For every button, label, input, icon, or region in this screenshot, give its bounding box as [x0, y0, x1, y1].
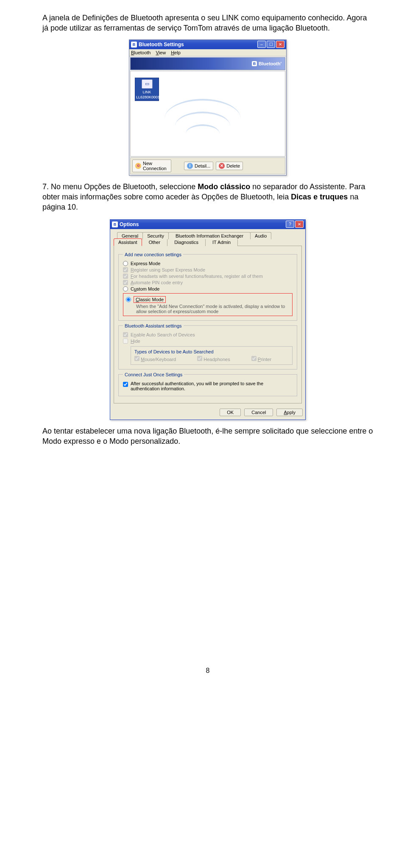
chk-register-super [123, 267, 128, 272]
detail-button[interactable]: i Detail... [184, 162, 213, 170]
fieldset-connect-once: Connect Just Once Settings After success… [118, 372, 297, 396]
fieldset-add-connection: Add new conection settings Express Mode … [118, 252, 297, 321]
step-7-text: 7. No menu Opções de Bluetooth, seleccio… [42, 182, 373, 213]
new-connection-icon: ✲ [135, 163, 141, 169]
chk-headsets [123, 274, 128, 279]
delete-icon: ✕ [219, 163, 225, 169]
radio-custom-row[interactable]: Custom Mode Custom Mode [123, 286, 293, 291]
radio-express[interactable] [123, 261, 128, 266]
bt-banner: B Bluetooth' [130, 57, 285, 70]
new-connection-button[interactable]: ✲ New Connection [132, 160, 171, 172]
fieldset-autosearch-types: Types of Devices to be Auto Searched Mou… [131, 346, 293, 365]
chk-printer-row: PrinterPrinter [251, 356, 271, 362]
assistant-panel: Add new conection settings Express Mode … [114, 246, 302, 403]
menu-help[interactable]: Help [171, 50, 181, 55]
tab-itadmin[interactable]: IT Admin [205, 238, 238, 246]
bt-toolbar: ✲ New Connection i Detail... ✕ Delete [130, 157, 285, 174]
delete-button[interactable]: ✕ Delete [216, 162, 243, 170]
bluetooth-icon: B [131, 42, 137, 48]
chk-headphones [197, 356, 202, 361]
close-button[interactable]: ✕ [276, 41, 284, 48]
outro-paragraph: Ao tentar estabelecer uma nova ligação B… [42, 426, 373, 447]
device-id-label: LL6280K00014 [135, 95, 159, 101]
radio-custom[interactable] [123, 286, 128, 291]
tab-diagnostics[interactable]: Diagnostics [167, 238, 206, 246]
chk-hide [123, 339, 128, 344]
chk-mousekb [134, 356, 139, 361]
help-button[interactable]: ? [286, 221, 294, 228]
close-button[interactable]: ✕ [295, 221, 304, 228]
bluetooth-brand-label: Bluetooth [259, 61, 280, 66]
chk-autopin [123, 280, 128, 285]
radio-classic-row[interactable]: Classic Mode Classic Mode [126, 296, 290, 303]
tab-assistant[interactable]: Assistant [114, 238, 142, 246]
bt-menubar: BBluetoothluetooth View Help [129, 49, 286, 56]
delete-label: Delete [226, 163, 240, 168]
apply-button[interactable]: ApplyApply [276, 409, 303, 416]
save-auth-text: After successful authentication, you wil… [131, 381, 293, 391]
page-number: 8 [42, 667, 373, 675]
tabs-row-1: General Security Bluetooth Information E… [117, 232, 302, 239]
dialog-button-row: OK Cancel ApplyApply [110, 407, 305, 420]
device-link[interactable]: ▭ LINK LL6280K00014 [135, 78, 159, 101]
chk-printer [251, 356, 256, 361]
maximize-button[interactable]: ☐ [267, 41, 275, 48]
chk-autosearch [123, 332, 128, 337]
tabs-row-2: Assistant Other Diagnostics IT Admin [114, 238, 302, 246]
bluetooth-brand-icon: B [252, 61, 257, 66]
new-connection-label: New Connection [143, 161, 168, 171]
tab-security[interactable]: Security [142, 232, 169, 239]
fieldset-add-title: Add new conection settings [123, 252, 183, 257]
classic-mode-block: Classic Mode Classic Mode When the "Add … [123, 293, 293, 316]
tab-audio[interactable]: Audio [250, 232, 271, 239]
menu-view[interactable]: View [156, 50, 166, 55]
radio-classic[interactable] [126, 297, 131, 302]
chk-autopin-row: Automate PIN code entry Automate PIN cod… [123, 280, 293, 285]
radio-express-row[interactable]: Express Mode [123, 261, 293, 266]
chk-headsets-row: For headsets with several functions/feat… [123, 274, 293, 279]
chk-headphones-row: HeadphonesHeadphones [197, 356, 230, 362]
options-dialog: B Options ? ✕ General Security Bluetooth… [110, 219, 306, 420]
chk-register-super-row: Register using Super Express Mode Regist… [123, 267, 293, 272]
tab-bie[interactable]: Bluetooth Information Exchanger [168, 232, 251, 239]
device-name-label: LINK [135, 90, 159, 95]
chk-save-auth[interactable] [123, 382, 128, 387]
chk-hide-row: Hide Hide [123, 339, 293, 344]
chk-autosearch-row: Enable Auto Search of Devices Enable Aut… [123, 332, 293, 337]
chk-mousekb-row: Mouse/KeyboardMouse/Keyboard [134, 356, 176, 362]
bt-titlebar: B Bluetooth Settings – ☐ ✕ [129, 40, 286, 49]
tab-other[interactable]: Other [142, 238, 168, 246]
fieldset-assist-title: Bluetooth Assistant settings [123, 323, 184, 328]
chk-save-auth-row[interactable]: After successful authentication, you wil… [123, 381, 293, 391]
bluetooth-icon: B [112, 221, 118, 227]
menu-bluetooth[interactable]: BBluetoothluetooth [131, 50, 151, 55]
intro-paragraph: A janela de Definições de Bluetooth apre… [42, 13, 373, 34]
fieldset-once-title: Connect Just Once Settings [123, 372, 184, 377]
types-title: Types of Devices to be Auto Searched [133, 349, 215, 354]
options-titlebar: B Options ? ✕ [110, 220, 305, 229]
bluetooth-settings-window: B Bluetooth Settings – ☐ ✕ BBluetoothlue… [129, 39, 287, 176]
device-icon: ▭ [142, 79, 153, 89]
cancel-button[interactable]: Cancel [244, 409, 273, 416]
fieldset-assistant-settings: Bluetooth Assistant settings Enable Auto… [118, 323, 297, 370]
bt-window-title: Bluetooth Settings [139, 42, 256, 48]
ok-button[interactable]: OK [220, 409, 241, 416]
classic-description: When the "Add New Connection" mode is ac… [136, 304, 290, 314]
options-title: Options [120, 221, 286, 227]
bt-device-area: ▭ LINK LL6280K00014 [130, 71, 285, 157]
info-icon: i [187, 163, 193, 169]
detail-label: Detail... [195, 163, 210, 168]
minimize-button[interactable]: – [257, 41, 266, 48]
